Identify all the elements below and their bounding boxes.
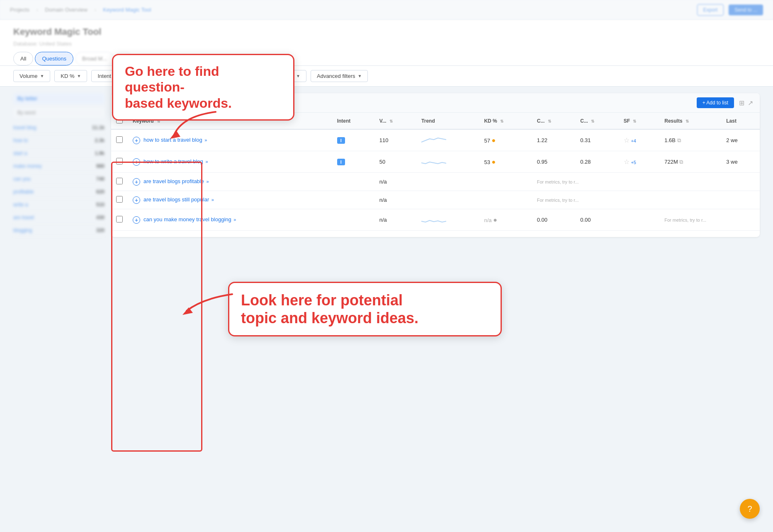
kd-cell: 57 ●	[479, 129, 532, 151]
kd-filter[interactable]: KD % ▼	[54, 70, 87, 82]
results-cell: 722M ⧉	[659, 151, 721, 173]
add-keyword-icon[interactable]: +	[133, 216, 140, 224]
table-row: + how to write a travel blog » I 50 53 ●…	[111, 151, 760, 173]
cpc1-cell: 0.00	[532, 209, 576, 231]
last-cell: 2 we	[721, 129, 760, 151]
cpc2-cell: 0.31	[575, 129, 619, 151]
top-nav: Projects › Domain Overview › Keyword Mag…	[0, 0, 773, 20]
keyword-link[interactable]: can you make money travel blogging »	[143, 216, 236, 223]
sidebar-row: profitable 620	[13, 186, 105, 198]
col-sf[interactable]: SF ⇅	[619, 113, 659, 129]
results-cell: For metrics, try to r...	[659, 209, 760, 231]
bottom-callout-text: Look here for potentialtopic and keyword…	[241, 291, 489, 327]
trend-chart	[421, 135, 446, 145]
nav-kwmagic[interactable]: Keyword Magic Tool	[103, 7, 151, 13]
add-keyword-icon[interactable]: +	[133, 158, 140, 166]
col-volume[interactable]: V... ⇅	[374, 113, 416, 129]
kd-cell	[479, 173, 532, 191]
sf-more[interactable]: +5	[631, 160, 636, 165]
volume-cell: n/a	[374, 209, 416, 231]
row-checkbox[interactable]	[116, 178, 123, 184]
volume-cell: 110	[374, 129, 416, 151]
volume-cell: n/a	[374, 173, 416, 191]
sidebar-row: make money 980	[13, 160, 105, 173]
add-keyword-icon[interactable]: +	[133, 178, 140, 186]
sidebar-row: blogging 320	[13, 224, 105, 237]
sidebar-row: can you 740	[13, 173, 105, 186]
send-button[interactable]: Send to ...	[729, 5, 763, 15]
star-icon[interactable]: ☆	[624, 137, 630, 144]
export-button[interactable]: Export	[697, 4, 724, 16]
top-callout-text: Go here to find question-based keywords.	[125, 63, 282, 111]
sf-cell: ☆ +4	[619, 129, 659, 151]
copy-icon[interactable]: ⧉	[677, 137, 681, 143]
col-intent[interactable]: Intent	[332, 113, 374, 129]
sidebar-row: are travel 430	[13, 211, 105, 224]
page-subtitle: Database: United States	[13, 41, 760, 47]
tab-broad[interactable]: Broad M...	[75, 52, 114, 65]
sidebar-row: how to 2.3k	[13, 134, 105, 147]
advanced-filters-label: Advanced filters	[317, 73, 355, 79]
col-results[interactable]: Results ⇅	[659, 113, 721, 129]
volume-cell: 50	[374, 151, 416, 173]
volume-label: Volume	[19, 73, 37, 79]
add-keyword-icon[interactable]: +	[133, 137, 140, 144]
trend-chart	[421, 156, 446, 166]
row-checkbox[interactable]	[116, 196, 123, 203]
sf-more[interactable]: +4	[631, 138, 636, 143]
sidebar-row: travel blog 11.1k	[13, 121, 105, 134]
add-keyword-icon[interactable]: +	[133, 196, 140, 204]
results-cell: 1.6B ⧉	[659, 129, 721, 151]
nav-domain[interactable]: Domain Overview	[45, 7, 88, 13]
intent-label: Intent	[97, 73, 111, 79]
nav-projects[interactable]: Projects	[10, 7, 29, 13]
volume-cell: n/a	[374, 191, 416, 209]
row-checkbox[interactable]	[116, 216, 123, 222]
sf-cell: ☆ +5	[619, 151, 659, 173]
locked-cell: For metrics, try to r...	[532, 173, 760, 191]
col-kd[interactable]: KD % ⇅	[479, 113, 532, 129]
tab-questions[interactable]: Questions	[35, 52, 73, 65]
trend-chart	[421, 214, 446, 224]
cpc1-cell: 0.95	[532, 151, 576, 173]
fab-icon: ?	[747, 504, 752, 514]
tab-all[interactable]: All	[13, 52, 33, 65]
col-last[interactable]: Last	[721, 113, 760, 129]
kd-chevron: ▼	[77, 74, 81, 78]
row-checkbox[interactable]	[116, 158, 123, 164]
intent-badge: I	[337, 137, 345, 144]
left-sidebar: By letter By word travel blog 11.1k how …	[13, 93, 105, 237]
cpc2-cell: 0.00	[575, 209, 619, 231]
sidebar-row: start a 1.9k	[13, 147, 105, 160]
nav-left: Projects › Domain Overview › Keyword Mag…	[10, 6, 690, 14]
cpc1-cell: 1.22	[532, 129, 576, 151]
intent-cell	[332, 173, 374, 191]
add-to-list-button[interactable]: + Add to list	[697, 97, 734, 108]
export-table-icon[interactable]: ↗	[748, 99, 753, 107]
table-row: + are travel blogs profitable » n/a For …	[111, 173, 760, 191]
keyword-link[interactable]: how to write a travel blog »	[143, 158, 208, 165]
keyword-link[interactable]: are travel blogs profitable »	[143, 178, 209, 185]
keyword-cell: + can you make money travel blogging »	[133, 216, 327, 224]
col-trend[interactable]: Trend	[416, 113, 479, 129]
trend-cell	[416, 173, 479, 191]
fab-button[interactable]: ?	[740, 499, 760, 519]
svg-marker-1	[182, 307, 193, 315]
keyword-cell: + are travel blogs still popular »	[133, 196, 327, 204]
kd-cell	[479, 191, 532, 209]
columns-icon[interactable]: ⊞	[739, 99, 744, 107]
star-icon[interactable]: ☆	[624, 158, 630, 165]
volume-filter[interactable]: Volume ▼	[13, 70, 50, 82]
intent-cell	[332, 191, 374, 209]
col-cpc2[interactable]: C... ⇅	[575, 113, 619, 129]
advanced-filters-filter[interactable]: Advanced filters ▼	[311, 70, 368, 82]
nav-right: Export Send to ...	[697, 4, 763, 16]
col-cpc1[interactable]: C... ⇅	[532, 113, 576, 129]
keyword-cell: + are travel blogs profitable »	[133, 178, 327, 186]
keyword-cell: + how to write a travel blog »	[133, 158, 327, 166]
row-checkbox[interactable]	[116, 136, 123, 143]
trend-cell	[416, 191, 479, 209]
copy-icon[interactable]: ⧉	[679, 159, 683, 165]
sidebar-row: write a 510	[13, 198, 105, 211]
keyword-link[interactable]: are travel blogs still popular »	[143, 196, 214, 203]
